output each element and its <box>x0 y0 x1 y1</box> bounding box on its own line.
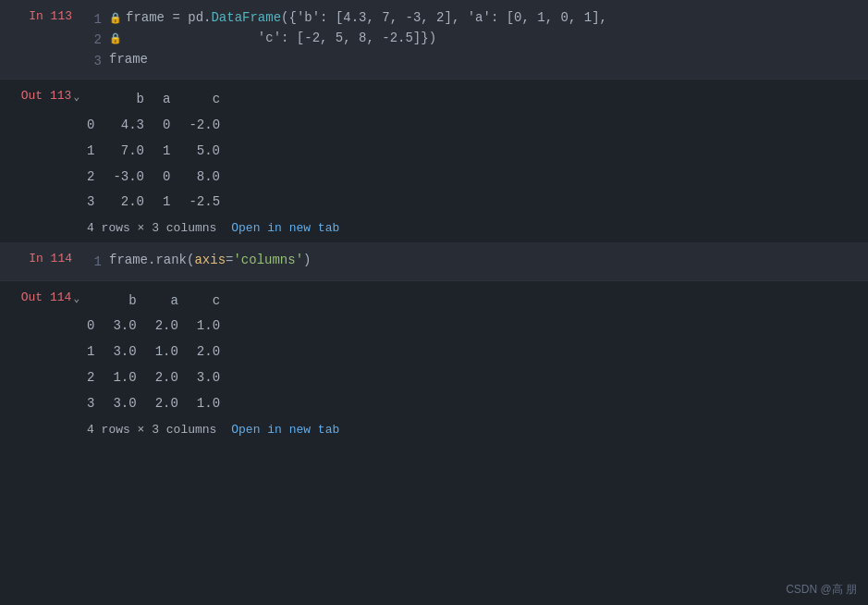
line-num-1: 1 <box>83 9 102 30</box>
code-line-2: 🔒 'c': [-2, 5, 8, -2.5]}) <box>109 28 868 48</box>
input-area-114: 1 frame.rank(axis='columns') <box>83 250 868 272</box>
output-content-113: b a c 0 4.3 0 -2.0 1 7.0 1 <box>83 87 868 235</box>
col-header-c: c <box>185 87 235 113</box>
col-header-b: b <box>109 289 151 315</box>
cell-b: 2.0 <box>109 190 159 216</box>
table-meta-113: 4 rows × 3 columns Open in new tab <box>87 221 853 235</box>
cell-b: 1.0 <box>109 365 151 391</box>
input-label-113: In 113 <box>0 7 83 71</box>
code-line-1: frame.rank(axis='columns') <box>109 250 868 270</box>
table-header-row: b a c <box>83 289 235 315</box>
collapse-chevron-114[interactable]: ⌄ <box>73 289 79 304</box>
cell-c: 2.0 <box>193 340 235 365</box>
open-new-tab-link-113[interactable]: Open in new tab <box>231 221 339 235</box>
cell-c: -2.0 <box>185 113 235 139</box>
cell-index: 2 <box>83 365 109 391</box>
cell-index: 1 <box>83 139 109 165</box>
line-numbers-114: 1 <box>83 250 102 272</box>
cell-a: 0 <box>159 113 185 139</box>
cell-input-113: In 113 1 2 3 🔒frame = pd.DataFrame({'b':… <box>0 0 868 80</box>
code-text: axis <box>194 253 226 267</box>
cell-index: 3 <box>83 391 109 417</box>
table-row: 0 4.3 0 -2.0 <box>83 113 235 139</box>
code-line-3: frame <box>109 49 868 69</box>
dataframe-113: b a c 0 4.3 0 -2.0 1 7.0 1 <box>83 87 235 216</box>
cell-c: 1.0 <box>193 391 235 417</box>
table-row: 0 3.0 2.0 1.0 <box>83 314 235 340</box>
code-text: 'c': [-2, 5, 8, -2.5]}) <box>126 31 436 45</box>
code-114: frame.rank(axis='columns') <box>109 250 868 270</box>
dataframe-114: b a c 0 3.0 2.0 1.0 1 3.0 1.0 <box>83 289 235 417</box>
code-text: pd <box>188 10 203 25</box>
line-num-3: 3 <box>83 51 102 71</box>
code-text: DataFrame <box>211 10 281 25</box>
code-text: = <box>165 10 188 25</box>
table-row: 3 3.0 2.0 1.0 <box>83 391 235 417</box>
input-area-113: 1 2 3 🔒frame = pd.DataFrame({'b': [4.3, … <box>83 7 868 71</box>
cell-c: 3.0 <box>193 365 235 391</box>
cell-c: 5.0 <box>185 139 235 165</box>
code-text: frame.rank( <box>109 253 194 267</box>
collapse-chevron-113[interactable]: ⌄ <box>73 87 79 103</box>
cell-a: 2.0 <box>152 391 193 417</box>
rows-columns-text-113: 4 rows × 3 columns <box>87 221 216 235</box>
table-row: 1 3.0 1.0 2.0 <box>83 340 235 365</box>
col-header-b: b <box>109 87 159 113</box>
code-text: frame <box>126 10 165 25</box>
cell-b: 4.3 <box>109 113 159 139</box>
cell-a: 1.0 <box>152 340 193 365</box>
col-header-a: a <box>152 289 193 315</box>
cell-index: 3 <box>83 190 109 216</box>
cell-index: 0 <box>83 314 109 340</box>
cell-input-114: In 114 1 frame.rank(axis='columns') <box>0 242 868 280</box>
col-header-index <box>83 87 109 113</box>
cell-a: 0 <box>159 165 185 191</box>
lock-icon-2: 🔒 <box>109 33 122 44</box>
output-content-114: b a c 0 3.0 2.0 1.0 1 3.0 1.0 <box>83 289 868 437</box>
code-text: ) <box>303 253 311 267</box>
notebook: In 113 1 2 3 🔒frame = pd.DataFrame({'b':… <box>0 0 868 444</box>
input-label-114: In 114 <box>0 250 83 272</box>
line-num-2: 2 <box>83 30 102 50</box>
cell-a: 1 <box>159 139 185 165</box>
cell-output-113: Out 113 ⌄ b a c 0 4.3 0 <box>0 80 868 242</box>
cell-c: 1.0 <box>193 314 235 340</box>
col-header-index <box>83 289 109 315</box>
open-new-tab-link-114[interactable]: Open in new tab <box>231 423 339 437</box>
code-text: ({'b': [4.3, 7, -3, 2], 'a': [0, 1, 0, 1… <box>281 10 607 25</box>
cell-a: 1 <box>159 190 185 216</box>
table-meta-114: 4 rows × 3 columns Open in new tab <box>87 423 853 437</box>
code-113: 🔒frame = pd.DataFrame({'b': [4.3, 7, -3,… <box>109 7 868 69</box>
code-line-1: 🔒frame = pd.DataFrame({'b': [4.3, 7, -3,… <box>109 7 868 28</box>
lock-icon-1: 🔒 <box>109 13 122 24</box>
cell-a: 2.0 <box>152 365 193 391</box>
cell-c: 8.0 <box>185 165 235 191</box>
cell-b: 3.0 <box>109 391 151 417</box>
output-label-area-114: Out 114 ⌄ <box>0 289 83 437</box>
col-header-c: c <box>193 289 235 315</box>
col-header-a: a <box>159 87 185 113</box>
cell-index: 0 <box>83 113 109 139</box>
rows-columns-text-114: 4 rows × 3 columns <box>87 423 216 437</box>
cell-index: 1 <box>83 340 109 365</box>
code-text: frame <box>109 52 148 67</box>
table-header-row: b a c <box>83 87 235 113</box>
table-row: 3 2.0 1 -2.5 <box>83 190 235 216</box>
line-num-1: 1 <box>83 252 102 272</box>
cell-b: 3.0 <box>109 340 151 365</box>
cell-b: 7.0 <box>109 139 159 165</box>
out-label-114: Out 114 <box>21 289 72 304</box>
cell-output-114: Out 114 ⌄ b a c 0 3.0 2.0 <box>0 281 868 444</box>
cell-c: -2.5 <box>185 190 235 216</box>
cell-b: 3.0 <box>109 314 151 340</box>
cell-a: 2.0 <box>152 314 193 340</box>
table-row: 2 -3.0 0 8.0 <box>83 165 235 191</box>
watermark: CSDN @高 朋 <box>786 582 857 598</box>
cell-b: -3.0 <box>109 165 159 191</box>
out-label-113: Out 113 <box>21 87 72 103</box>
table-row: 2 1.0 2.0 3.0 <box>83 365 235 391</box>
cell-index: 2 <box>83 165 109 191</box>
table-row: 1 7.0 1 5.0 <box>83 139 235 165</box>
output-label-area-113: Out 113 ⌄ <box>0 87 83 235</box>
code-text: 'columns' <box>233 253 303 267</box>
